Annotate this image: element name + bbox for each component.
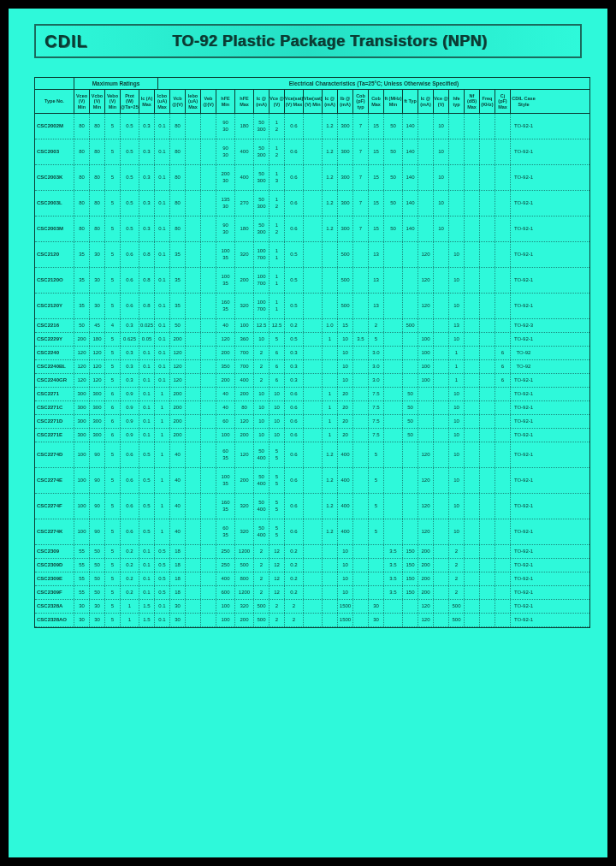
data-cell: 500 — [254, 614, 270, 626]
type-number-cell: CSC2216 — [35, 319, 74, 332]
data-cell — [434, 242, 449, 267]
data-cell — [201, 242, 216, 267]
data-cell: 320 — [235, 600, 254, 613]
data-cell: 90 30 — [216, 216, 235, 241]
data-cell: 40 — [170, 519, 186, 544]
data-cell: 6 — [105, 415, 121, 428]
data-cell: 50 — [403, 401, 418, 414]
data-cell — [403, 347, 418, 359]
table-row: CSC2271E30030060.90.1120010020010100.612… — [35, 429, 589, 442]
data-cell: 1 — [323, 333, 338, 346]
col-header: Vcbo (V) Min — [90, 90, 105, 113]
data-cell: 10 — [449, 401, 465, 414]
data-cell — [384, 468, 403, 493]
data-cell — [418, 388, 434, 400]
data-cell: 1 2 — [270, 216, 285, 241]
data-cell: 0.9 — [121, 429, 139, 442]
data-cell: 120 — [418, 494, 434, 519]
data-cell: 50 300 — [254, 139, 270, 164]
data-cell — [434, 268, 449, 293]
col-header: ft Typ — [403, 90, 418, 113]
col-header: ft (MHz) Min — [384, 90, 403, 113]
data-cell: 200 — [170, 429, 186, 442]
data-cell — [304, 545, 323, 558]
data-cell: 10 — [338, 545, 353, 558]
table-row: CSC2274F1009050.60.5140160 35320 50 4005… — [35, 494, 589, 519]
data-cell: 7 — [353, 216, 369, 241]
data-cell: 140 — [403, 139, 418, 164]
data-cell: 10 — [270, 415, 285, 428]
data-cell — [480, 114, 495, 139]
data-cell — [304, 572, 323, 585]
data-cell — [495, 139, 511, 164]
data-cell: 5 — [369, 442, 384, 467]
data-cell: 300 — [90, 388, 105, 400]
data-cell — [323, 586, 338, 599]
data-cell: 50 — [90, 559, 105, 572]
data-cell: 180 — [235, 114, 254, 139]
data-cell — [353, 614, 369, 626]
data-cell — [323, 360, 338, 373]
data-cell: 120 — [90, 360, 105, 373]
data-cell: 0.2 — [121, 572, 139, 585]
data-cell: 2 — [285, 614, 304, 626]
data-cell — [201, 468, 216, 493]
data-cell: TO-92-1 — [511, 545, 536, 558]
data-cell — [384, 401, 403, 414]
data-cell: 0.5 — [155, 559, 170, 572]
data-cell — [201, 319, 216, 332]
data-cell: 200 — [235, 429, 254, 442]
data-cell — [465, 519, 480, 544]
data-cell: 0.6 — [285, 415, 304, 428]
data-cell: 55 — [74, 572, 90, 585]
data-cell — [304, 360, 323, 373]
data-cell — [384, 347, 403, 359]
type-number-cell: CSC2328A — [35, 600, 74, 613]
data-cell: 2 — [449, 545, 465, 558]
data-cell: 10 — [449, 429, 465, 442]
data-cell: 90 — [90, 468, 105, 493]
data-cell — [449, 139, 465, 164]
data-cell: 0.6 — [285, 165, 304, 190]
data-cell: 5 — [105, 216, 121, 241]
data-cell: 5 — [105, 572, 121, 585]
type-number-cell: CSC2274D — [35, 442, 74, 467]
data-cell: 0.9 — [121, 415, 139, 428]
data-cell: 0.1 — [139, 545, 155, 558]
data-cell: 2 — [254, 559, 270, 572]
data-cell: 50 — [74, 319, 90, 332]
data-cell: TO-92-1 — [511, 333, 536, 346]
data-cell — [434, 572, 449, 585]
data-cell: TO-92 — [511, 347, 536, 359]
data-cell: 6 — [270, 360, 285, 373]
data-cell — [449, 114, 465, 139]
data-cell — [495, 242, 511, 267]
data-cell: 80 — [74, 139, 90, 164]
data-cell: TO-92-1 — [511, 614, 536, 626]
data-cell: 5 — [105, 242, 121, 267]
data-cell: 120 — [418, 614, 434, 626]
data-cell: 120 — [418, 442, 434, 467]
data-cell — [495, 559, 511, 572]
data-cell — [465, 333, 480, 346]
data-cell: 0.5 — [139, 442, 155, 467]
data-cell: 55 — [74, 545, 90, 558]
data-cell: 30 — [170, 614, 186, 626]
data-cell: 320 — [235, 242, 254, 267]
data-cell — [186, 401, 201, 414]
data-cell: 0.3 — [139, 139, 155, 164]
data-cell: 0.6 — [285, 401, 304, 414]
table-row: CSC2216504540.30.0250.1504010012.512.50.… — [35, 319, 589, 333]
data-cell: 0.3 — [285, 374, 304, 387]
data-cell: 1.2 — [323, 442, 338, 467]
data-cell — [304, 468, 323, 493]
data-cell: 5 5 — [270, 494, 285, 519]
data-cell: 150 — [403, 559, 418, 572]
table-row: CSC2309E555050.20.10.5184008002120.2103.… — [35, 572, 589, 586]
data-cell: 200 — [170, 415, 186, 428]
data-cell: 0.9 — [121, 401, 139, 414]
data-cell — [480, 415, 495, 428]
data-cell: 50 — [90, 572, 105, 585]
data-cell: 2 — [369, 319, 384, 332]
data-cell — [323, 600, 338, 613]
